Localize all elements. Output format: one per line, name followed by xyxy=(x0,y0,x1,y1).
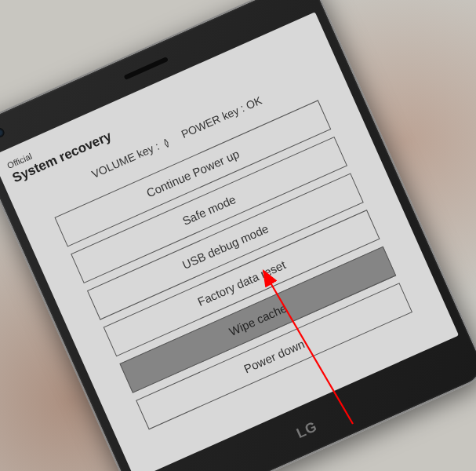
front-camera xyxy=(0,126,5,139)
up-down-icon: ∧∨ xyxy=(160,137,173,148)
earpiece xyxy=(124,57,169,80)
brand-logo: LG xyxy=(294,418,320,442)
